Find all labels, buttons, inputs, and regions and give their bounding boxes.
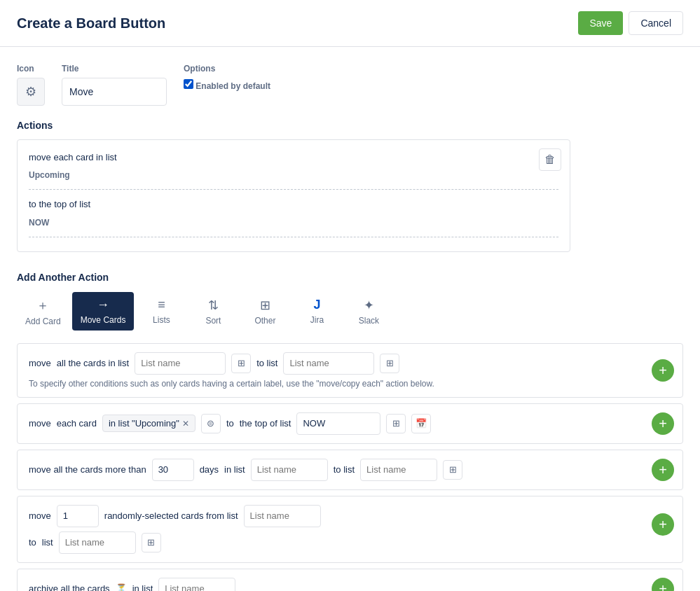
tab-lists[interactable]: ≡ Lists (137, 292, 186, 331)
tab-sort[interactable]: ⇅ Sort (188, 292, 238, 331)
row3-days-input[interactable] (152, 459, 194, 481)
row5-add-button[interactable]: + (652, 578, 674, 591)
action-row-4: move randomly-selected cards from list t… (17, 496, 683, 563)
row4-move-label: move (29, 510, 51, 521)
tab-slack[interactable]: ✦ Slack (344, 292, 393, 331)
row2-position-label: the top of list (240, 418, 291, 429)
row4-count-input[interactable] (57, 505, 99, 527)
row1-list2-icon[interactable]: ⊞ (380, 354, 399, 373)
tab-add-card[interactable]: ＋ Add Card (17, 291, 69, 332)
trash-icon: 🗑 (544, 153, 556, 166)
title-field-group: Title (62, 64, 167, 106)
add-action-title: Add Another Action (17, 272, 683, 283)
summary-line1-sub: Upcoming (29, 170, 70, 180)
row2-in-list-chip: in list "Upcoming" ✕ (102, 415, 195, 432)
row4-list1-input[interactable] (244, 505, 321, 527)
enabled-checkbox[interactable] (184, 79, 193, 89)
summary-line1-text: move each card in list (29, 152, 117, 162)
top-bar: Create a Board Button Save Cancel (0, 0, 700, 47)
tab-sort-label: Sort (205, 316, 221, 326)
title-input[interactable] (62, 78, 167, 106)
action-tabs: ＋ Add Card → Move Cards ≡ Lists ⇅ Sort ⊞… (17, 291, 683, 332)
tab-add-card-label: Add Card (25, 317, 61, 326)
cancel-button[interactable]: Cancel (629, 11, 683, 35)
main-content: Icon ⚙ Title Options Enabled by default … (0, 47, 700, 591)
row4-icon[interactable]: ⊞ (142, 533, 161, 552)
tab-lists-label: Lists (153, 315, 170, 325)
row2-date-input[interactable] (296, 412, 380, 435)
row2-each-card-label: each card (57, 418, 97, 429)
row5-list-input[interactable] (158, 578, 235, 591)
lists-icon: ≡ (158, 298, 165, 312)
action-row-2: move each card in list "Upcoming" ✕ ⊜ to… (17, 403, 683, 444)
row3-days-label: days (200, 464, 219, 475)
summary-line2-text: to the top of list (29, 199, 90, 209)
action-row-4-inner1: move randomly-selected cards from list (29, 505, 643, 527)
tab-other-label: Other (254, 316, 275, 326)
row2-to-label: to (226, 418, 234, 429)
add-card-icon: ＋ (36, 297, 49, 314)
row4-add-button[interactable]: + (652, 513, 674, 536)
row1-add-button[interactable]: + (652, 359, 674, 382)
row2-add-button[interactable]: + (652, 412, 674, 435)
other-icon: ⊞ (260, 298, 270, 313)
page-title: Create a Board Button (17, 15, 165, 32)
icon-label: Icon (17, 64, 45, 74)
jira-icon: J (313, 298, 320, 312)
row4-list2-input[interactable] (59, 531, 136, 554)
row4-randomly-label: randomly-selected cards from list (104, 510, 238, 521)
action-summary-box: move each card in list Upcoming to the t… (17, 139, 570, 252)
row1-tolist-label: to list (256, 358, 277, 368)
action-row-1-inner: move all the cards in list ⊞ to list ⊞ (29, 352, 643, 375)
action-row-5: archive all the cards ⏳ in list + (17, 569, 683, 591)
save-button[interactable]: Save (578, 11, 623, 35)
row2-chip-remove[interactable]: ✕ (182, 419, 189, 429)
row2-calendar-icon[interactable]: 📅 (411, 414, 431, 433)
row3-list1-input[interactable] (251, 459, 328, 481)
row2-filter-icon[interactable]: ⊜ (201, 414, 221, 433)
row3-list2-input[interactable] (360, 459, 437, 481)
enabled-checkbox-label[interactable]: Enabled by default (184, 79, 270, 91)
add-action-section: Add Another Action ＋ Add Card → Move Car… (17, 272, 683, 591)
options-group: Options Enabled by default (184, 64, 270, 97)
action-row-1: move all the cards in list ⊞ to list ⊞ T… (17, 343, 683, 398)
row5-text: archive all the cards (29, 583, 110, 591)
title-label: Title (62, 64, 167, 74)
tab-jira[interactable]: J Jira (292, 292, 341, 331)
summary-line-1: move each card in list Upcoming (29, 148, 558, 190)
row5-archive-icon: ⏳ (116, 583, 127, 591)
options-label: Options (184, 64, 270, 74)
icon-picker[interactable]: ⚙ (17, 78, 45, 106)
tab-move-cards-label: Move Cards (81, 315, 126, 325)
summary-line-2: to the top of list NOW (29, 195, 558, 237)
action-row-4-inner2: to list ⊞ (29, 531, 643, 554)
icon-field-group: Icon ⚙ (17, 64, 45, 106)
row2-board-icon[interactable]: ⊞ (386, 414, 406, 433)
row3-tolist-label: to list (334, 464, 355, 475)
action-row-3: move all the cards more than days in lis… (17, 450, 683, 490)
row3-add-button[interactable]: + (652, 459, 674, 481)
tab-slack-label: Slack (359, 316, 379, 326)
row1-list1-input[interactable] (135, 352, 226, 375)
row3-inlist-label: in list (224, 464, 245, 475)
delete-action-button[interactable]: 🗑 (539, 148, 561, 171)
gear-icon: ⚙ (25, 84, 36, 99)
row3-icon[interactable]: ⊞ (443, 460, 462, 480)
tab-jira-label: Jira (310, 315, 324, 325)
row4-list-label: list (42, 537, 53, 548)
slack-icon: ✦ (364, 298, 374, 313)
row1-note: To specify other conditions such as only… (29, 379, 643, 389)
row2-move-label: move (29, 418, 51, 429)
row1-list2-input[interactable] (283, 352, 374, 375)
summary-line2-sub: NOW (29, 218, 49, 228)
sort-icon: ⇅ (208, 298, 219, 313)
row1-move-label: move (29, 358, 51, 368)
tab-move-cards[interactable]: → Move Cards (72, 292, 135, 331)
enabled-label-text: Enabled by default (195, 81, 270, 91)
tab-other[interactable]: ⊞ Other (240, 292, 289, 331)
row1-list1-icon[interactable]: ⊞ (231, 354, 251, 373)
row5-inlist-label: in list (132, 583, 153, 591)
move-cards-icon: → (97, 298, 109, 312)
row3-text1: move all the cards more than (29, 464, 146, 475)
actions-section-title: Actions (17, 120, 683, 131)
